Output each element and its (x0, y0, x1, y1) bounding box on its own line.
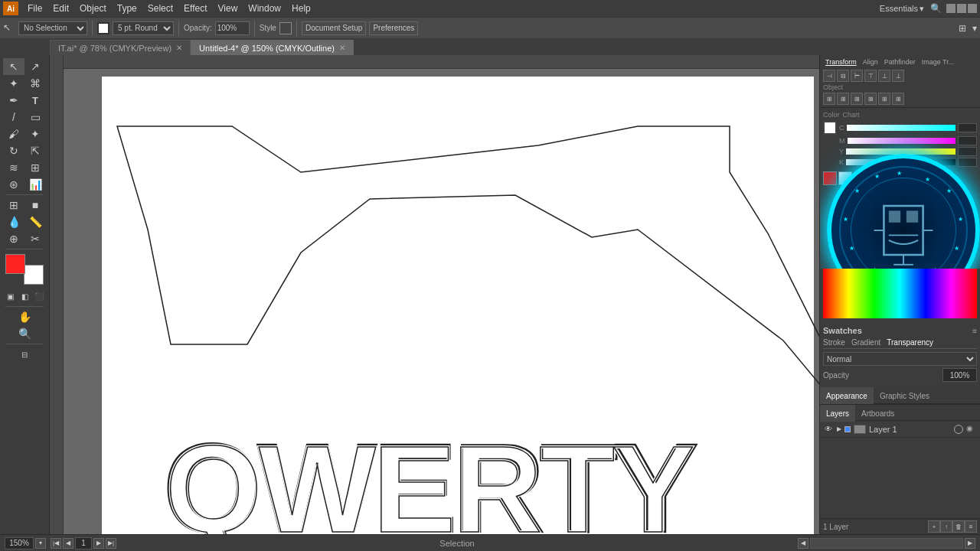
tab-untitled[interactable]: Untitled-4* @ 150% (CMYK/Outline) ✕ (191, 40, 354, 55)
stroke-color-swatch[interactable] (97, 22, 109, 34)
scroll-right-btn[interactable]: ▶ (965, 538, 975, 549)
layer-visibility-toggle[interactable]: ◉ (966, 424, 977, 435)
zoom-input[interactable] (5, 537, 34, 549)
move-to-layer-btn[interactable]: ↑ (940, 520, 952, 533)
scale-tool[interactable]: ⇱ (24, 142, 46, 159)
symbol-tool[interactable]: ⊛ (3, 176, 24, 193)
graphic-styles-tab[interactable]: Graphic Styles (874, 387, 936, 404)
blend-mode-dropdown[interactable]: Normal (823, 352, 977, 366)
scroll-left-btn[interactable]: ◀ (798, 538, 808, 549)
layer-expand-arrow[interactable]: ▶ (837, 425, 841, 432)
rect-tool[interactable]: ▭ (24, 109, 46, 126)
swatches-panel-menu[interactable]: ≡ (972, 327, 977, 335)
layers-tab[interactable]: Layers (820, 405, 855, 422)
prev-page-btn[interactable]: ◀ (63, 538, 74, 549)
menu-edit[interactable]: Edit (48, 2, 74, 15)
no-selection-dropdown[interactable]: No Selection (18, 21, 87, 35)
lasso-tool[interactable]: ⌘ (24, 75, 46, 92)
menu-object[interactable]: Object (75, 2, 111, 15)
close-btn[interactable] (968, 4, 977, 13)
selection-tool[interactable]: ↖ (3, 58, 24, 75)
blob-brush-tool[interactable]: ✦ (24, 126, 46, 142)
align-left-icon[interactable]: ⊣ (823, 70, 835, 82)
stroke-indicator[interactable] (823, 121, 837, 135)
menu-help[interactable]: Help (287, 2, 315, 15)
rotate-tool[interactable]: ↻ (3, 142, 24, 159)
measure-tool[interactable]: 📏 (24, 214, 46, 230)
layer-1-row[interactable]: 👁 ▶ Layer 1 ◉ (820, 421, 980, 438)
color-spectrum[interactable] (823, 269, 977, 318)
last-page-btn[interactable]: ▶| (106, 538, 116, 549)
distribute-h-icon[interactable]: ⊞ (823, 93, 835, 105)
warp-tool[interactable]: ≋ (3, 159, 24, 176)
minimize-btn[interactable] (946, 4, 956, 13)
image-trace-tab[interactable]: Image Tr... (920, 57, 957, 67)
distribute-v-icon[interactable]: ⊞ (837, 93, 849, 105)
free-transform-tool[interactable]: ⊞ (24, 159, 46, 176)
align-right-icon[interactable]: ⊢ (851, 70, 863, 82)
preferences-btn[interactable]: Preferences (369, 21, 418, 35)
slice-tool[interactable]: ✂ (24, 230, 46, 247)
pathfinder-tab[interactable]: Pathfinder (882, 57, 918, 67)
magic-wand-tool[interactable]: ✦ (3, 75, 24, 92)
line-tool[interactable]: / (3, 109, 24, 126)
view-mode-normal[interactable]: ▣ (3, 288, 18, 305)
graph-tool[interactable]: 📊 (24, 176, 46, 193)
next-page-btn[interactable]: ▶ (93, 538, 104, 549)
essentials-dropdown[interactable]: Essentials▾ (880, 4, 924, 14)
view-mode-preview[interactable]: ◧ (18, 288, 32, 305)
first-page-btn[interactable]: |◀ (51, 538, 61, 549)
transparency-tab[interactable]: Transparency (887, 338, 933, 347)
delete-layer-btn[interactable]: 🗑 (952, 520, 965, 533)
canvas-svg[interactable]: QWERTY QWERTY QWERTY (64, 69, 819, 534)
stroke-swatch-fg[interactable] (5, 254, 25, 274)
c-value-input[interactable] (958, 123, 977, 132)
zoom-tool[interactable]: 🔍 (3, 325, 46, 342)
add-layer-btn[interactable]: + (928, 520, 940, 533)
type-tool[interactable]: T (24, 92, 46, 109)
fill-swatch-bg[interactable] (24, 265, 44, 285)
pen-tool[interactable]: ✒ (3, 92, 24, 109)
stroke-tab[interactable]: Stroke (823, 338, 845, 347)
gradient-tool[interactable]: ■ (24, 197, 46, 214)
tab-close-untitled[interactable]: ✕ (339, 44, 345, 52)
eyedropper-tool[interactable]: 💧 (3, 214, 24, 230)
arrange-icon[interactable]: ⊞ (959, 23, 966, 34)
document-setup-btn[interactable]: Document Setup (302, 21, 367, 35)
m-value-input[interactable] (958, 136, 977, 145)
paintbrush-tool[interactable]: 🖌 (3, 126, 24, 142)
menu-type[interactable]: Type (113, 2, 142, 15)
page-number-input[interactable] (75, 537, 92, 549)
align-center-h-icon[interactable]: ⊟ (837, 70, 849, 82)
view-mode-fullscreen[interactable]: ⬛ (31, 288, 46, 305)
layer-visibility-eye[interactable]: 👁 (823, 424, 834, 435)
menu-window[interactable]: Window (243, 2, 286, 15)
tab-itai[interactable]: IT.ai* @ 78% (CMYK/Preview) ✕ (50, 40, 191, 55)
layer-options-btn[interactable]: ≡ (965, 520, 977, 533)
transform-tab[interactable]: Transform (823, 57, 859, 67)
align-center-v-icon[interactable]: ⊥ (878, 70, 890, 82)
layer-target-circle[interactable] (954, 425, 963, 434)
direct-selection-tool[interactable]: ↗ (24, 58, 46, 75)
zoom-dropdown-btn[interactable]: ▾ (35, 538, 46, 549)
search-icon[interactable]: 🔍 (930, 3, 942, 14)
menu-file[interactable]: File (23, 2, 47, 15)
align-tab[interactable]: Align (861, 57, 880, 67)
menu-select[interactable]: Select (143, 2, 178, 15)
distribute-bottom-icon[interactable]: ⊞ (892, 93, 904, 105)
tab-close-itai[interactable]: ✕ (176, 44, 182, 52)
menu-view[interactable]: View (214, 2, 243, 15)
distribute-left-icon[interactable]: ⊞ (851, 93, 863, 105)
panel-toggle-icon[interactable]: ▾ (972, 23, 977, 34)
appearance-tab[interactable]: Appearance (820, 387, 874, 404)
artboard-tool[interactable]: ⊟ (3, 346, 46, 363)
stroke-style-dropdown[interactable]: 5 pt. Round (113, 21, 174, 35)
y-value-input[interactable] (958, 147, 977, 156)
align-bottom-icon[interactable]: ⊥ (892, 70, 904, 82)
scroll-bar[interactable] (810, 538, 963, 549)
align-top-icon[interactable]: ⊤ (864, 70, 877, 82)
gradient-tab[interactable]: Gradient (851, 338, 880, 347)
artboards-tab[interactable]: Artboards (855, 405, 900, 422)
distribute-top-icon[interactable]: ⊞ (878, 93, 890, 105)
opacity-value-panel[interactable]: 100% (942, 368, 977, 382)
